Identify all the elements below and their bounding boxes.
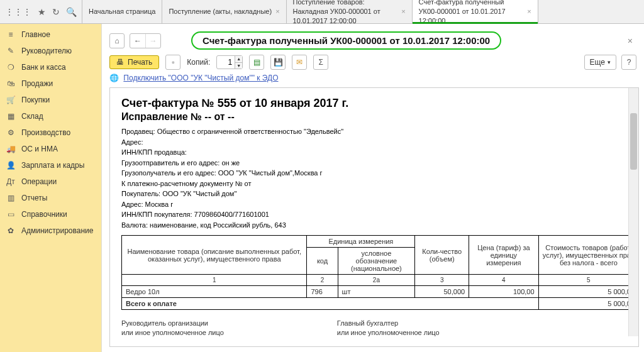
tab-home[interactable]: Начальная страница: [82, 0, 162, 23]
sidebar-item-sales[interactable]: 🛍Продажи: [0, 75, 101, 92]
table-total-row: Всего к оплате 5 000,00 X: [122, 298, 640, 310]
gear-icon: ⚙: [6, 128, 15, 137]
sidebar-item-operations[interactable]: ДтОперации: [0, 173, 101, 190]
sidebar-item-label: ОС и НМА: [21, 145, 58, 153]
meta-currency: Валюта: наименование, код Российский руб…: [121, 220, 639, 231]
person-icon: 👤: [6, 161, 15, 170]
meta-paydoc: К платежно-расчетному документу № от: [121, 179, 639, 189]
sign-left-sub: или иное уполномоченное лицо: [121, 328, 224, 338]
sidebar-item-label: Покупки: [21, 96, 50, 104]
close-icon[interactable]: ×: [275, 7, 279, 16]
sidebar-item-label: Продажи: [21, 79, 53, 88]
chart-bar-icon: ▥: [6, 194, 15, 202]
spinner-down[interactable]: ▼: [235, 62, 242, 69]
sidebar-item-warehouse[interactable]: ▦Склад: [0, 108, 101, 124]
th-price: Цена (тариф) за единицу измерения: [469, 236, 538, 275]
page-title: Счет-фактура полученный УК00-000001 от 1…: [191, 31, 501, 50]
sidebar-item-reports[interactable]: ▥Отчеты: [0, 190, 101, 206]
copies-label: Копий:: [187, 58, 210, 67]
back-button[interactable]: ←: [130, 34, 145, 48]
close-icon[interactable]: ×: [401, 7, 405, 16]
printer-icon: 🖶: [116, 58, 124, 67]
page-header: ⌂ ← → Счет-фактура полученный УК00-00000…: [102, 24, 644, 55]
close-icon[interactable]: ×: [527, 7, 531, 16]
folder-icon: ▭: [6, 210, 15, 219]
more-button[interactable]: Еще▾: [584, 55, 616, 70]
top-tabs: ⋮⋮⋮ ★ ↻ 🔍 Начальная страница Поступление…: [0, 0, 644, 24]
truck-icon: 🚚: [6, 145, 15, 153]
copies-input[interactable]: [217, 58, 235, 67]
sum-button[interactable]: Σ: [313, 55, 328, 70]
history-icon[interactable]: ↻: [52, 7, 60, 17]
forward-button[interactable]: →: [145, 34, 160, 48]
search-icon[interactable]: 🔍: [66, 7, 77, 17]
sidebar-item-assets[interactable]: 🚚ОС и НМА: [0, 141, 101, 157]
home-button[interactable]: ⌂: [109, 33, 125, 48]
vertical-scrollbar[interactable]: [628, 88, 638, 336]
table-row: Ведро 10л 796 шт 50,000 100,00 5 000,00 …: [122, 286, 640, 298]
edo-connect-link[interactable]: Подключить "ООО "УК "Чистый дом"" к ЭДО: [123, 74, 278, 82]
menu-icon: ≡: [6, 30, 15, 39]
apps-icon[interactable]: ⋮⋮⋮: [5, 7, 31, 17]
bag-icon: 🛍: [6, 79, 15, 88]
doc-heading: Счет-фактура № 555 от 10 января 2017 г.: [121, 97, 639, 110]
sidebar-item-label: Руководителю: [21, 47, 72, 55]
th-sum: Стоимость товаров (работ, услуг), имущес…: [538, 236, 639, 275]
sidebar-item-catalogs[interactable]: ▭Справочники: [0, 206, 101, 223]
copies-spinner[interactable]: ▲ ▼: [216, 55, 243, 69]
document-area[interactable]: Счет-фактура № 555 от 10 января 2017 г. …: [109, 87, 639, 347]
meta-consignee: Грузополучатель и его адрес: ООО "УК "Чи…: [121, 168, 639, 179]
th-unit: Единица измерения: [307, 236, 415, 248]
sign-right-title: Главный бухгалтер: [337, 319, 440, 328]
spinner-up[interactable]: ▲: [235, 56, 242, 62]
sidebar: ≡Главное ✎Руководителю ❍Банк и касса 🛍Пр…: [0, 24, 102, 352]
dtkt-icon: Дт: [6, 177, 15, 186]
email-button[interactable]: ✉: [292, 55, 307, 70]
edo-link-row: 🌐 Подключить "ООО "УК "Чистый дом"" к ЭД…: [102, 74, 644, 87]
meta-seller: Продавец: Общество с ограниченной ответс…: [121, 126, 639, 137]
table-number-row: 1 2 2а 3 4 5 6 7: [122, 275, 640, 286]
sidebar-item-bank[interactable]: ❍Банк и касса: [0, 59, 101, 75]
excel-button[interactable]: ▤: [249, 55, 264, 70]
print-label: Печать: [128, 58, 152, 67]
help-button[interactable]: ?: [621, 55, 636, 70]
sidebar-item-label: Справочники: [21, 210, 67, 219]
toolbar: 🖶 Печать ▫ Копий: ▲ ▼ ▤ 💾 ✉ Σ Еще▾ ?: [102, 55, 644, 74]
sign-right-sub: или иное уполномоченное лицо: [337, 328, 440, 338]
sidebar-item-purchases[interactable]: 🛒Покупки: [0, 92, 101, 108]
sidebar-item-payroll[interactable]: 👤Зарплата и кадры: [0, 157, 101, 173]
sign-left-title: Руководитель организации: [121, 319, 224, 328]
doc-subheading: Исправление № -- от --: [121, 111, 639, 123]
sidebar-item-label: Главное: [21, 30, 50, 39]
preview-button[interactable]: ▫: [165, 55, 180, 70]
th-unit-name: условное обозначение (национальное): [338, 248, 415, 275]
star-icon[interactable]: ★: [38, 7, 46, 17]
tab-invoice-received[interactable]: Счет-фактура полученный УК00-000001 от 1…: [413, 0, 538, 23]
cart-icon: 🛒: [6, 96, 15, 104]
save-button[interactable]: 💾: [270, 55, 286, 70]
print-button[interactable]: 🖶 Печать: [109, 55, 159, 69]
signatures: Руководитель организации или иное уполно…: [121, 319, 639, 338]
tab-receipts[interactable]: Поступление (акты, накладные)×: [162, 0, 286, 23]
meta-shipper: Грузоотправитель и его адрес: он же: [121, 158, 639, 168]
nav-buttons: ← →: [130, 33, 161, 48]
close-button[interactable]: ×: [624, 36, 636, 46]
tab-goods-receipt[interactable]: Поступление товаров: Накладная УК00-0000…: [287, 0, 413, 23]
coin-icon: ❍: [6, 63, 15, 72]
chart-icon: ✎: [6, 47, 15, 55]
invoice-table: Наименование товара (описание выполненны…: [121, 235, 639, 310]
meta-inn-seller: ИНН/КПП продавца:: [121, 147, 639, 158]
sidebar-item-admin[interactable]: ✿Администрирование: [0, 223, 101, 239]
top-icons: ⋮⋮⋮ ★ ↻ 🔍: [0, 0, 82, 23]
meta-inn-buyer: ИНН/КПП покупателя: 7709860400/771601001: [121, 209, 639, 220]
boxes-icon: ▦: [6, 112, 15, 121]
sidebar-item-label: Администрирование: [21, 226, 93, 235]
scroll-thumb[interactable]: [630, 113, 637, 170]
sidebar-item-main[interactable]: ≡Главное: [0, 26, 101, 43]
meta-buyer: Покупатель: ООО "УК "Чистый дом": [121, 189, 639, 199]
th-code: код: [307, 248, 338, 275]
sidebar-item-manager[interactable]: ✎Руководителю: [0, 43, 101, 59]
sidebar-item-label: Отчеты: [21, 194, 47, 202]
sidebar-item-production[interactable]: ⚙Производство: [0, 124, 101, 141]
meta-addr: Адрес:: [121, 137, 639, 148]
